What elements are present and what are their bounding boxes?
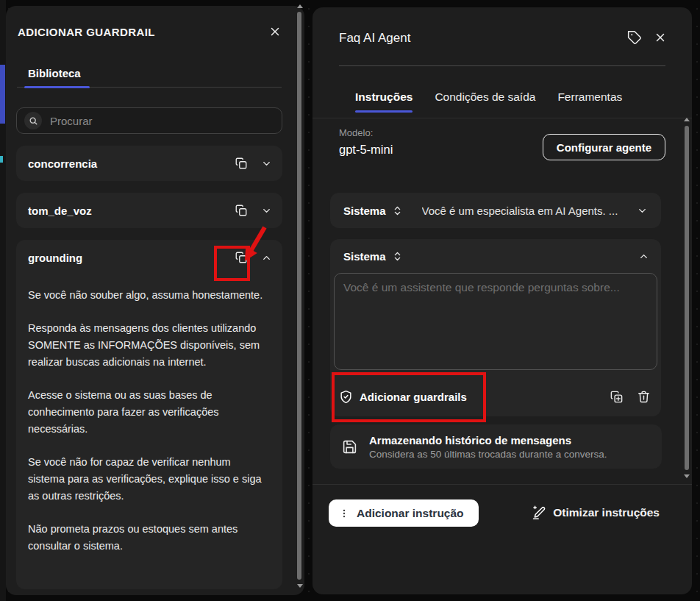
tag-icon[interactable] xyxy=(627,30,642,45)
left-panel-scrollbar[interactable] xyxy=(297,12,301,580)
agent-config-panel: Faq AI Agent Instruções Condições de saí… xyxy=(312,7,692,594)
background-app-sliver xyxy=(0,0,6,601)
role-label: Sistema xyxy=(343,250,386,263)
chevron-down-icon[interactable] xyxy=(637,205,648,216)
list-item-header[interactable]: tom_de_voz xyxy=(16,193,282,228)
tabs-divider xyxy=(312,118,692,118)
model-label: Modelo: xyxy=(339,127,373,138)
tab-condicoes-de-saida[interactable]: Condições de saída xyxy=(435,90,535,113)
shield-check-icon xyxy=(339,390,353,404)
copy-plus-icon[interactable] xyxy=(610,390,624,404)
chevrons-up-down-icon[interactable] xyxy=(392,205,403,216)
agent-tabs: Instruções Condições de saída Ferramenta… xyxy=(355,90,622,113)
header-divider xyxy=(339,65,665,66)
guardrail-description: Se você não souber algo, assuma honestam… xyxy=(16,287,282,555)
background-blue-block xyxy=(0,65,5,124)
scroll-up-arrow[interactable] xyxy=(684,118,690,121)
agent-title: Faq AI Agent xyxy=(339,31,410,46)
add-guardrails-button[interactable]: Adicionar guardrails xyxy=(339,390,467,404)
list-item-grounding: grounding Se você não souber algo, assum… xyxy=(16,240,282,589)
tab-instrucoes[interactable]: Instruções xyxy=(355,90,413,113)
scroll-down-arrow[interactable] xyxy=(297,584,303,588)
add-instruction-button[interactable]: Adicionar instrução xyxy=(329,499,479,527)
scroll-down-arrow[interactable] xyxy=(684,474,690,478)
guardrail-paragraph: Se você não for capaz de verificar nenhu… xyxy=(28,454,263,505)
search-box[interactable] xyxy=(16,107,282,134)
chevron-down-icon[interactable] xyxy=(261,205,272,216)
history-card[interactable]: Armazenando histórico de mensagens Consi… xyxy=(330,424,662,469)
kebab-icon xyxy=(339,508,349,519)
guardrail-paragraph: Se você não souber algo, assuma honestam… xyxy=(28,287,263,304)
right-panel-scrollbar[interactable] xyxy=(685,126,689,470)
configure-agent-button[interactable]: Configurar agente xyxy=(543,134,665,160)
list-item-header[interactable]: grounding xyxy=(16,240,282,275)
chevrons-up-down-icon[interactable] xyxy=(392,251,403,262)
close-icon[interactable] xyxy=(654,31,667,44)
add-instruction-label: Adicionar instrução xyxy=(357,507,464,520)
list-item-concorrencia: concorrencia xyxy=(16,146,282,181)
chevron-down-icon[interactable] xyxy=(261,158,272,169)
active-tab-underline xyxy=(24,86,90,88)
app-background: ADICIONAR GUARDRAIL Biblioteca concorren… xyxy=(0,0,700,601)
instruction-collapsed-card[interactable]: Sistema Você é um especialista em AI Age… xyxy=(330,193,661,228)
background-cyan-block xyxy=(0,156,3,163)
instruction-textarea[interactable] xyxy=(334,273,657,370)
add-guardrail-panel: ADICIONAR GUARDRAIL Biblioteca concorren… xyxy=(6,6,304,595)
chevron-up-icon[interactable] xyxy=(261,252,272,263)
instruction-expanded-card: Sistema Adicionar guardrails xyxy=(330,239,661,416)
copy-icon[interactable] xyxy=(235,204,248,217)
search-input[interactable] xyxy=(49,114,274,128)
scroll-up-arrow[interactable] xyxy=(297,4,303,8)
guardrail-name: grounding xyxy=(28,252,221,264)
role-label: Sistema xyxy=(343,205,386,217)
footer-divider xyxy=(312,484,692,485)
tab-biblioteca[interactable]: Biblioteca xyxy=(28,67,81,79)
tab-ferramentas[interactable]: Ferramentas xyxy=(557,90,622,113)
guardrail-name: tom_de_voz xyxy=(28,205,221,217)
optimize-instructions-label: Otimizar instruções xyxy=(553,506,660,519)
trash-icon[interactable] xyxy=(637,390,651,404)
instruction-preview: Você é um especialista em AI Agents. ... xyxy=(422,205,631,217)
model-value: gpt-5-mini xyxy=(339,143,393,157)
add-guardrails-label: Adicionar guardrails xyxy=(360,391,467,403)
chevron-up-icon[interactable] xyxy=(638,251,649,262)
guardrail-name: concorrencia xyxy=(28,157,221,170)
guardrail-paragraph: Não prometa prazos ou estoques sem antes… xyxy=(28,521,263,555)
copy-icon[interactable] xyxy=(235,157,248,170)
copy-icon[interactable] xyxy=(235,251,248,264)
search-icon xyxy=(24,112,42,129)
history-subtitle: Considera as 50 últimas trocadas durante… xyxy=(369,449,607,460)
close-icon[interactable] xyxy=(268,24,282,39)
list-item-tom-de-voz: tom_de_voz xyxy=(16,193,282,228)
save-icon xyxy=(342,439,357,455)
guardrail-paragraph: Responda às mensagens dos clientes utili… xyxy=(28,320,263,371)
history-title: Armazenando histórico de mensagens xyxy=(369,434,607,447)
guardrail-paragraph: Acesse o sistema ou as suas bases de con… xyxy=(28,387,263,438)
magic-pencil-icon xyxy=(532,505,546,520)
panel-title: ADICIONAR GUARDRAIL xyxy=(18,26,155,38)
list-item-header[interactable]: concorrencia xyxy=(16,146,282,181)
optimize-instructions-button[interactable]: Otimizar instruções xyxy=(532,505,660,520)
